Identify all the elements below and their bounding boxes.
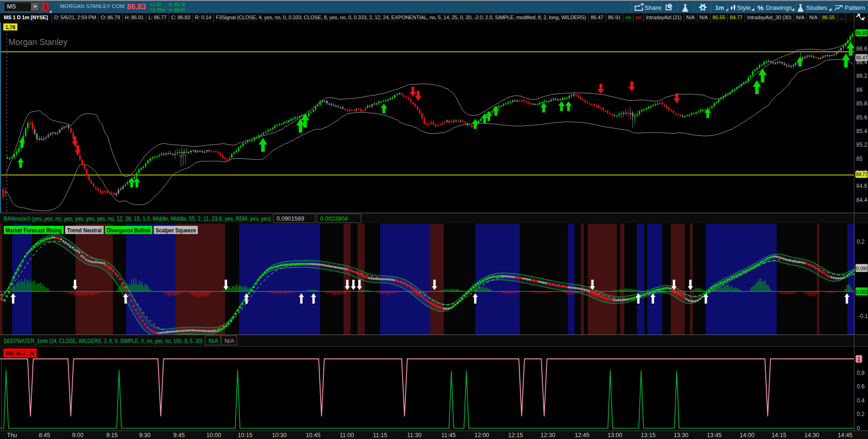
svg-text:84.6: 84.6 xyxy=(856,183,868,189)
svg-text:0.0023904: 0.0023904 xyxy=(320,216,348,222)
svg-text:14:00: 14:00 xyxy=(740,432,754,439)
svg-text:86.6: 86.6 xyxy=(856,45,868,52)
svg-text:0: 0 xyxy=(857,425,860,432)
svg-text:85.2: 85.2 xyxy=(856,141,868,148)
svg-text:1: 1 xyxy=(857,356,861,363)
svg-text:N/A: N/A xyxy=(224,338,235,344)
svg-text:0.8: 0.8 xyxy=(857,370,865,376)
svg-text:84.4: 84.4 xyxy=(856,197,868,203)
svg-text:86.2: 86.2 xyxy=(856,73,868,79)
svg-text:13:30: 13:30 xyxy=(673,432,688,439)
svg-text:85.8: 85.8 xyxy=(856,100,868,107)
svg-text:RSI SELL: 28: RSI SELL: 28 xyxy=(6,350,35,356)
svg-text:13:00: 13:00 xyxy=(607,432,622,439)
svg-text:0.2: 0.2 xyxy=(857,238,865,245)
svg-text:86.83: 86.83 xyxy=(856,30,868,36)
svg-text:DEEPWATER_1min (14, CLOSE, WIL: DEEPWATER_1min (14, CLOSE, WILDERS, 3, 6… xyxy=(4,338,202,344)
svg-text:10:45: 10:45 xyxy=(306,432,320,439)
svg-text:N/A: N/A xyxy=(209,338,219,344)
svg-text:0.4: 0.4 xyxy=(857,397,865,404)
svg-text:8:45: 8:45 xyxy=(39,432,50,439)
svg-text:13:15: 13:15 xyxy=(641,432,655,439)
svg-text:85: 85 xyxy=(856,156,863,162)
svg-text:Morgan Stanley: Morgan Stanley xyxy=(8,37,67,47)
svg-text:9:00: 9:00 xyxy=(72,432,83,439)
svg-text:0.6: 0.6 xyxy=(857,383,865,390)
svg-text:0.002: 0.002 xyxy=(856,289,868,295)
svg-text:11:30: 11:30 xyxy=(407,432,421,439)
svg-text:14:15: 14:15 xyxy=(771,432,786,439)
svg-text:13:45: 13:45 xyxy=(707,432,721,439)
svg-text:-0.1: -0.1 xyxy=(858,313,868,320)
svg-text:Market Forecast Rising: Market Forecast Rising xyxy=(6,227,62,234)
svg-text:14:45: 14:45 xyxy=(838,432,852,439)
svg-text:Trend Neutral: Trend Neutral xyxy=(67,227,102,234)
svg-text:12:30: 12:30 xyxy=(540,432,555,439)
svg-text:85.6: 85.6 xyxy=(856,114,868,121)
svg-text:84.77: 84.77 xyxy=(856,171,868,177)
svg-text:11:00: 11:00 xyxy=(340,432,354,439)
svg-text:11:45: 11:45 xyxy=(441,432,456,439)
svg-text:12:45: 12:45 xyxy=(575,432,589,439)
svg-text:86: 86 xyxy=(856,87,863,93)
svg-text:0.0901569: 0.0901569 xyxy=(277,216,304,222)
svg-text:B4Version3 (yes, yes, no, yes,: B4Version3 (yes, yes, no, yes, yes, yes,… xyxy=(4,216,271,222)
svg-text:10:15: 10:15 xyxy=(238,432,252,439)
svg-text:9:15: 9:15 xyxy=(106,432,118,439)
svg-text:9:45: 9:45 xyxy=(173,432,185,439)
svg-text:12:00: 12:00 xyxy=(474,432,489,439)
svg-text:14:30: 14:30 xyxy=(804,432,819,439)
svg-text:Divergence Bullish: Divergence Bullish xyxy=(107,227,150,234)
svg-text:86.47: 86.47 xyxy=(856,55,868,60)
svg-text:Scalper Squeeze: Scalper Squeeze xyxy=(156,227,196,234)
svg-text:0.2: 0.2 xyxy=(857,411,865,417)
svg-text:Thu: Thu xyxy=(7,432,17,439)
svg-text:0.090: 0.090 xyxy=(856,266,868,271)
svg-text:11:15: 11:15 xyxy=(373,432,387,439)
svg-text:10:00: 10:00 xyxy=(206,432,221,439)
svg-text:12:15: 12:15 xyxy=(508,432,523,439)
svg-text:10:30: 10:30 xyxy=(272,432,286,439)
svg-text:85.4: 85.4 xyxy=(856,128,868,134)
svg-text:9:30: 9:30 xyxy=(139,432,150,439)
